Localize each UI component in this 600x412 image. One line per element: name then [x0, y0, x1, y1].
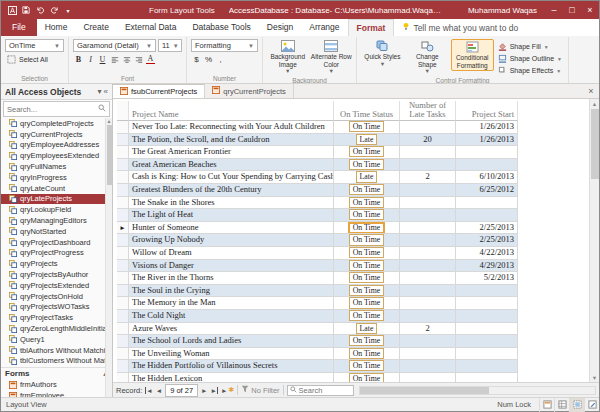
cell-on-time-status[interactable]: On Time [334, 247, 400, 260]
nav-item-qryprojectdashboard[interactable]: qryProjectDashboard [1, 237, 112, 248]
currency-format-button[interactable]: $ [191, 54, 202, 65]
first-record-button[interactable]: ◄ [145, 387, 152, 394]
table-row[interactable]: Growing Up NobodyOn Time2/25/2013 [117, 234, 599, 247]
cell-project-name[interactable]: The Unveiling Woman [129, 348, 334, 361]
nav-item-qryprojectsbyauthor[interactable]: qryProjectsByAuthor [1, 269, 112, 280]
background-image-button[interactable]: Background Image ▼ [267, 39, 309, 76]
cell-project-name[interactable]: The Light of Heat [129, 209, 334, 222]
cell-project-start[interactable]: 4/22/2013 [456, 247, 518, 260]
cell-project-start[interactable] [456, 310, 518, 323]
tell-me-box[interactable]: Tell me what you want to do [394, 19, 526, 36]
number-format-combobox[interactable]: Formatting ▼ [191, 39, 258, 52]
record-search-input[interactable] [299, 386, 351, 395]
ribbon-tab-design[interactable]: Design [259, 19, 301, 36]
cell-late-tasks[interactable]: 2 [400, 171, 456, 184]
table-row[interactable]: ►Hunter of SomeoneOn Time2/25/2013 [117, 222, 599, 235]
column-header-project-start[interactable]: Project Start [456, 101, 518, 121]
record-selector[interactable] [117, 285, 129, 298]
cell-on-time-status[interactable]: On Time [334, 184, 400, 197]
cell-on-time-status[interactable]: On Time [334, 335, 400, 348]
table-row[interactable]: Greatest Blunders of the 20th CenturyOn … [117, 184, 599, 197]
cell-project-start[interactable] [456, 348, 518, 361]
nav-item-qryfullnames[interactable]: qryFullNames [1, 161, 112, 172]
table-row[interactable]: The Cold NightOn Time [117, 310, 599, 323]
column-header-late-tasks[interactable]: Number of Late Tasks [400, 101, 456, 121]
nav-item-qrylateprojects[interactable]: qryLateProjects [1, 194, 112, 205]
table-row[interactable]: Great American BeachesOn Time [117, 159, 599, 172]
cell-late-tasks[interactable] [400, 146, 456, 159]
table-row[interactable]: The Hidden LexiconOn Time [117, 373, 599, 382]
record-selector[interactable] [117, 310, 129, 323]
cell-project-name[interactable]: The School of Lords and Ladies [129, 335, 334, 348]
nav-item-qryprojectprogress[interactable]: qryProjectProgress [1, 248, 112, 259]
table-row[interactable]: The River in the ThornsOn Time5/2/2013 [117, 272, 599, 285]
doc-tab-qrycurrentprojects[interactable]: qryCurrentProjects [205, 84, 294, 98]
cell-project-start[interactable] [456, 197, 518, 210]
record-selector[interactable] [117, 272, 129, 285]
table-row[interactable]: The Soul in the CryingOn Time [117, 285, 599, 298]
cell-late-tasks[interactable] [400, 272, 456, 285]
nav-item-qryprojectsonhold[interactable]: qryProjectsOnHold [1, 291, 112, 302]
cell-project-name[interactable]: The Hidden Lexicon [129, 373, 334, 382]
cell-project-start[interactable] [456, 285, 518, 298]
save-icon[interactable] [21, 4, 31, 16]
nav-item-qryemployeeaddresses[interactable]: qryEmployeeAddresses [1, 140, 112, 151]
cell-late-tasks[interactable] [400, 184, 456, 197]
nav-item-tblauthors-without-matchin[interactable]: tblAuthors Without Matchin... [1, 345, 112, 356]
shape-outline-button[interactable]: Shape Outline ▼ [496, 53, 564, 64]
cell-late-tasks[interactable] [400, 159, 456, 172]
record-selector[interactable] [117, 234, 129, 247]
cell-project-start[interactable] [456, 323, 518, 336]
cell-on-time-status[interactable]: On Time [334, 360, 400, 373]
cell-late-tasks[interactable] [400, 197, 456, 210]
table-row[interactable]: The School of Lords and LadiesOn Time [117, 335, 599, 348]
qat-customize-icon[interactable]: ▾ [63, 4, 73, 16]
cell-on-time-status[interactable]: On Time [334, 285, 400, 298]
cell-project-name[interactable]: The Hidden Portfolio of Villainous Secre… [129, 360, 334, 373]
nav-item-qrycurrentprojects[interactable]: qryCurrentProjects [1, 129, 112, 140]
cell-project-name[interactable]: Cash is King: How to Cut Your Spending b… [129, 171, 334, 184]
ribbon-tab-file[interactable]: File [1, 19, 37, 36]
cell-project-start[interactable] [456, 335, 518, 348]
cell-project-start[interactable]: 4/29/2013 [456, 260, 518, 273]
scroll-down-icon[interactable]: ▼ [592, 373, 597, 382]
vertical-scrollbar[interactable]: ▲ ▼ [589, 99, 599, 382]
nav-item-qrylatecount[interactable]: qryLateCount [1, 183, 112, 194]
cell-on-time-status[interactable]: On Time [334, 222, 400, 235]
nav-scrollbar[interactable]: ▲ [105, 118, 112, 397]
table-row[interactable]: Willow of DreamOn Time4/22/2013 [117, 247, 599, 260]
record-selector[interactable] [117, 360, 129, 373]
record-selector[interactable]: ► [117, 222, 129, 235]
filter-indicator[interactable]: No Filter [241, 385, 279, 395]
cell-late-tasks[interactable] [400, 285, 456, 298]
column-header-project-name[interactable]: Project Name [129, 101, 334, 121]
cell-on-time-status[interactable]: Late [334, 134, 400, 147]
align-left-icon[interactable] [109, 54, 120, 65]
nav-item-qrynotstarted[interactable]: qryNotStarted [1, 226, 112, 237]
cell-late-tasks[interactable] [400, 234, 456, 247]
cell-project-start[interactable] [456, 297, 518, 310]
cell-project-start[interactable]: 6/10/2013 [456, 171, 518, 184]
ribbon-tab-external-data[interactable]: External Data [117, 19, 185, 36]
table-row[interactable]: The Unveiling WomanOn Time [117, 348, 599, 361]
column-header-on-time-status[interactable]: On Time Status [334, 101, 400, 121]
cell-project-name[interactable]: The Great American Frontier [129, 146, 334, 159]
new-record-button[interactable]: ►✱ [221, 386, 234, 394]
record-search-box[interactable] [287, 385, 354, 396]
change-shape-button[interactable]: Change Shape ▼ [406, 39, 449, 76]
table-row[interactable]: The Hidden Portfolio of Villainous Secre… [117, 360, 599, 373]
cell-late-tasks[interactable] [400, 260, 456, 273]
cell-project-name[interactable]: Growing Up Nobody [129, 234, 334, 247]
cell-late-tasks[interactable] [400, 247, 456, 260]
cell-project-name[interactable]: Azure Waves [129, 323, 334, 336]
conditional-formatting-button[interactable]: Conditional Formatting [451, 39, 494, 71]
ribbon-tab-home[interactable]: Home [37, 19, 76, 36]
alternate-row-color-button[interactable]: Alternate Row Color ▼ [311, 39, 353, 76]
cell-on-time-status[interactable]: On Time [334, 209, 400, 222]
table-row[interactable]: The Light of HeatOn Time [117, 209, 599, 222]
table-row[interactable]: Never Too Late: Reconnecting with Your A… [117, 121, 599, 134]
record-selector[interactable] [117, 247, 129, 260]
horizontal-scrollbar[interactable] [359, 386, 596, 395]
select-all-button[interactable]: Select All [5, 53, 64, 66]
record-selector[interactable] [117, 184, 129, 197]
